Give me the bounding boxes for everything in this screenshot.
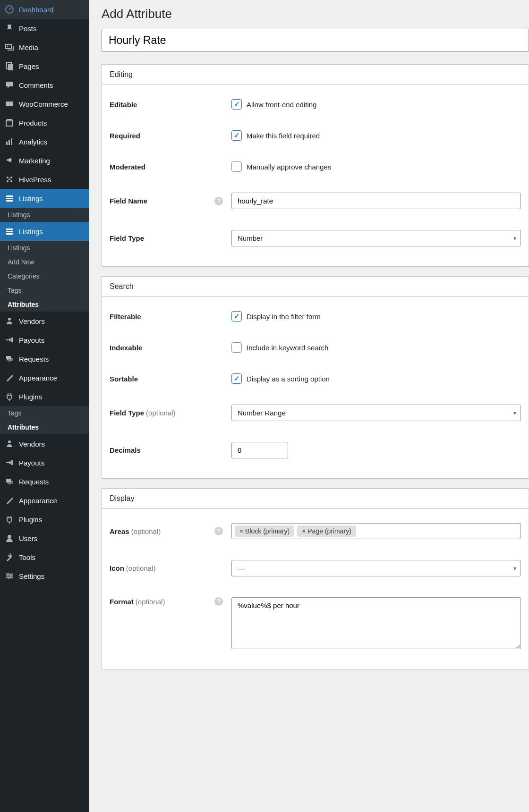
format-row: Format(optional)? %value%$ per hour <box>110 587 521 660</box>
sidebar-item-label: Settings <box>19 572 44 580</box>
sidebar-item-label: Products <box>19 119 47 127</box>
sidebar-item-label: Payouts <box>19 336 44 344</box>
sortable-row: Sortable Display as a sorting option <box>110 363 521 394</box>
icon-row: Icon(optional) — <box>110 550 521 587</box>
sidebar-item-requests[interactable]: Requests <box>0 349 89 368</box>
sidebar-item-appearance[interactable]: Appearance <box>0 491 89 510</box>
format-textarea[interactable]: %value%$ per hour <box>231 597 521 649</box>
sidebar-item-vendors[interactable]: Vendors <box>0 312 89 330</box>
sidebar-item-comments[interactable]: Comments <box>0 76 89 94</box>
display-metabox: Display Areas(optional)? × Block (primar… <box>102 488 529 669</box>
tools-icon <box>5 552 14 562</box>
area-tag[interactable]: × Block (primary) <box>235 525 294 537</box>
sidebar-item-label: HivePress <box>19 176 51 184</box>
listings-icon <box>5 194 14 203</box>
metabox-header: Editing <box>102 65 529 85</box>
sidebar-item-label: Pages <box>19 62 39 70</box>
submenu-item-add-new[interactable]: Add New <box>0 255 89 269</box>
sidebar-item-requests[interactable]: Requests <box>0 472 89 491</box>
field-type-select[interactable]: Number <box>231 230 521 246</box>
metabox-header: Search <box>102 277 529 297</box>
help-icon[interactable]: ? <box>214 197 223 205</box>
submenu-item-tags[interactable]: Tags <box>0 283 89 297</box>
filterable-row: Filterable Display in the filter form <box>110 301 521 332</box>
dashboard-icon <box>5 5 14 14</box>
sidebar-item-marketing[interactable]: Marketing <box>0 151 89 170</box>
listings-icon <box>5 227 14 236</box>
media-icon <box>5 42 14 52</box>
sidebar-item-listings[interactable]: Listings <box>0 222 89 241</box>
attribute-title-input[interactable] <box>102 29 529 52</box>
sidebar-item-label: Appearance <box>19 374 57 382</box>
sidebar-item-label: Media <box>19 43 38 51</box>
submenu-item-categories[interactable]: Categories <box>0 269 89 283</box>
editable-checkbox[interactable] <box>231 99 242 110</box>
sidebar-item-payouts[interactable]: Payouts <box>0 330 89 349</box>
sidebar-item-appearance[interactable]: Appearance <box>0 368 89 387</box>
sidebar-item-label: Vendors <box>19 440 45 448</box>
submenu-item-attributes[interactable]: Attributes <box>0 297 89 312</box>
required-row: Required Make this field required <box>110 120 521 151</box>
sidebar-item-label: Analytics <box>19 138 47 146</box>
sidebar-item-label: Payouts <box>19 459 44 467</box>
admin-sidebar: DashboardPostsMediaPagesCommentsWooComme… <box>0 0 89 812</box>
settings-icon <box>5 571 14 581</box>
sidebar-item-label: Comments <box>19 81 53 89</box>
sidebar-item-users[interactable]: Users <box>0 529 89 548</box>
help-icon[interactable]: ? <box>214 597 223 606</box>
sidebar-item-settings[interactable]: Settings <box>0 567 89 585</box>
filterable-checkbox[interactable] <box>231 311 242 321</box>
icon-select[interactable]: — <box>231 560 521 576</box>
sidebar-item-label: Vendors <box>19 317 45 325</box>
pin-icon <box>5 24 14 33</box>
moderated-checkbox[interactable] <box>231 161 242 172</box>
field-name-row: Field Name? <box>110 182 521 220</box>
submenu-item-listings[interactable]: Listings <box>0 208 89 222</box>
users-icon <box>5 533 14 543</box>
hivepress-icon <box>5 175 14 184</box>
search-field-type-select[interactable]: Number Range <box>231 405 521 421</box>
sidebar-item-label: Marketing <box>19 157 50 165</box>
sidebar-item-label: Appearance <box>19 497 57 505</box>
sidebar-item-label: Listings <box>19 195 43 203</box>
sidebar-item-hivepress[interactable]: HivePress <box>0 170 89 189</box>
help-icon[interactable]: ? <box>214 527 223 535</box>
sidebar-item-pages[interactable]: Pages <box>0 57 89 76</box>
areas-input[interactable]: × Block (primary) × Page (primary) <box>231 523 521 539</box>
sidebar-item-posts[interactable]: Posts <box>0 19 89 38</box>
sidebar-item-media[interactable]: Media <box>0 38 89 57</box>
field-name-input[interactable] <box>231 193 521 209</box>
sidebar-item-label: Dashboard <box>19 6 53 14</box>
sidebar-item-vendors[interactable]: Vendors <box>0 434 89 453</box>
payouts-icon <box>5 335 14 345</box>
pages-icon <box>5 61 14 71</box>
plugins-icon <box>5 392 14 401</box>
submenu-item-tags[interactable]: Tags <box>0 406 89 420</box>
indexable-checkbox[interactable] <box>231 342 242 353</box>
sidebar-item-analytics[interactable]: Analytics <box>0 132 89 151</box>
submenu-item-listings[interactable]: Listings <box>0 241 89 255</box>
search-field-type-row: Field Type(optional) Number Range <box>110 394 521 431</box>
sidebar-item-plugins[interactable]: Plugins <box>0 387 89 406</box>
submenu-item-attributes[interactable]: Attributes <box>0 420 89 434</box>
sidebar-item-products[interactable]: Products <box>0 113 89 132</box>
decimals-input[interactable] <box>231 442 288 458</box>
products-icon <box>5 118 14 127</box>
sidebar-item-plugins[interactable]: Plugins <box>0 510 89 529</box>
sidebar-item-label: Requests <box>19 355 49 363</box>
sidebar-item-listings[interactable]: Listings <box>0 189 89 208</box>
moderated-row: Moderated Manually approve changes <box>110 151 521 182</box>
sidebar-item-tools[interactable]: Tools <box>0 548 89 567</box>
comments-icon <box>5 80 14 90</box>
marketing-icon <box>5 156 14 165</box>
metabox-header: Display <box>102 489 529 509</box>
indexable-row: Indexable Include in keyword search <box>110 332 521 363</box>
search-metabox: Search Filterable Display in the filter … <box>102 276 529 479</box>
sidebar-item-woocommerce[interactable]: WooCommerce <box>0 94 89 113</box>
sortable-checkbox[interactable] <box>231 373 242 384</box>
area-tag[interactable]: × Page (primary) <box>297 525 356 537</box>
sidebar-item-payouts[interactable]: Payouts <box>0 453 89 472</box>
sidebar-item-dashboard[interactable]: Dashboard <box>0 0 89 19</box>
sidebar-item-label: Listings <box>19 228 43 236</box>
required-checkbox[interactable] <box>231 130 242 141</box>
